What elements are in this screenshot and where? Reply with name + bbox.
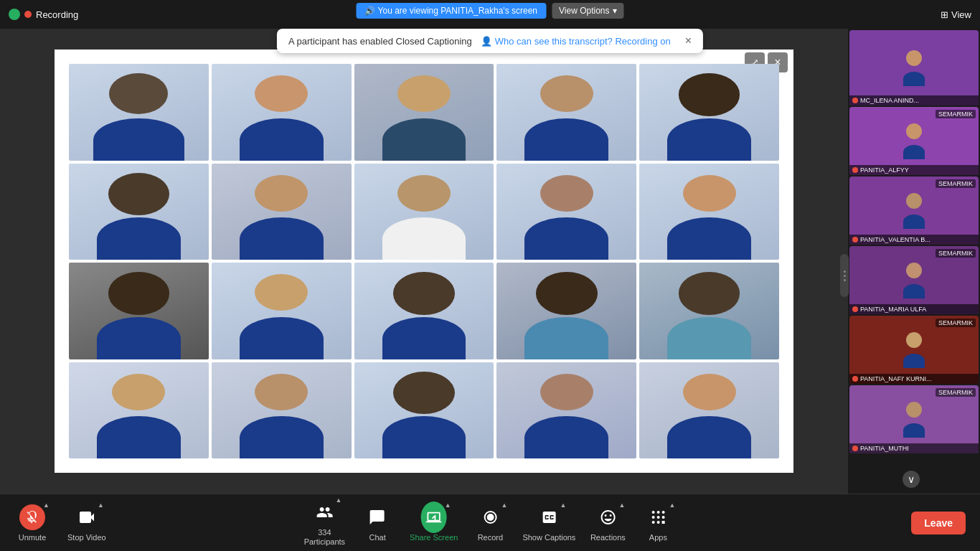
svg-point-6 (656, 516, 659, 519)
svg-point-4 (661, 511, 664, 514)
sidebar-participant-name-2: PANITIA_VALENTIA B... (849, 235, 979, 245)
notif-close-button[interactable]: × (685, 34, 692, 47)
participants-label: Participants (304, 537, 345, 546)
stop-video-label: Stop Video (67, 533, 106, 542)
video-cell-9 (496, 164, 636, 260)
sidebar-participant-5[interactable]: SEMARMIK PANITIA_MUTHI (849, 385, 979, 453)
unmute-button[interactable]: ▲ Unmute (14, 504, 50, 542)
recording-badge: Recording (9, 9, 78, 20)
svg-point-8 (651, 521, 654, 524)
video-cell-11 (69, 263, 209, 359)
svg-point-1 (486, 514, 494, 521)
video-cell-20 (639, 362, 779, 459)
record-button[interactable]: ▲ Record (472, 504, 508, 542)
view-options-chevron: ▾ (613, 6, 617, 16)
scroll-down-button[interactable]: ∨ (903, 471, 920, 488)
show-captions-label: Show Captions (522, 533, 575, 542)
video-cell-12 (212, 263, 352, 359)
apps-label: Apps (649, 533, 667, 542)
notification-banner: A participant has enabled Closed Caption… (277, 29, 703, 53)
viewing-text: 🔊 You are viewing PANITIA_Rakha's screen (364, 6, 537, 16)
record-icon (481, 509, 499, 526)
view-button[interactable]: ⊞ View (941, 9, 971, 20)
svg-point-7 (661, 516, 664, 519)
captions-chevron: ▲ (560, 501, 566, 509)
video-cell-16 (69, 362, 209, 459)
apps-icon (649, 509, 666, 526)
video-cell-17 (212, 362, 352, 459)
share-screen-button[interactable]: ▲ Share Screen (410, 504, 458, 542)
toolbar-right: Leave (911, 512, 966, 534)
video-cell-14 (496, 263, 636, 359)
sidebar-participant-name-3: PANITIA_MARIA ULFA (849, 304, 979, 314)
main-content: ⤢ × (0, 29, 848, 494)
view-label: View (951, 9, 971, 20)
bottom-toolbar: ▲ Unmute ▲ Stop Video ▲ 334 (0, 494, 980, 551)
stop-video-button[interactable]: ▲ Stop Video (67, 504, 106, 542)
video-cell-15 (639, 263, 779, 359)
video-cell-5 (639, 64, 779, 161)
unmute-chevron: ▲ (43, 501, 50, 509)
sidebar-participant-1[interactable]: SEMARMIK PANITIA_ALFYY (849, 107, 979, 175)
unmute-label: Unmute (19, 533, 47, 542)
apps-chevron: ▲ (669, 501, 675, 509)
chat-button[interactable]: Chat (359, 504, 395, 542)
view-options-label: View Options (559, 6, 609, 16)
screen-share-container: ⤢ × (55, 50, 793, 473)
participants-icon (316, 504, 333, 521)
viewing-pill: 🔊 You are viewing PANITIA_Rakha's screen (356, 3, 546, 19)
notif-text: A participant has enabled Closed Caption… (288, 36, 472, 47)
captions-icon (540, 509, 557, 526)
mic-muted-icon-2 (852, 237, 858, 242)
apps-button[interactable]: ▲ Apps (640, 504, 676, 542)
participants-button[interactable]: ▲ 334 Participants (304, 499, 345, 546)
reactions-icon (599, 509, 616, 526)
video-cell-7 (212, 164, 352, 260)
camera-icon (78, 509, 95, 526)
video-cell-13 (354, 263, 494, 359)
sidebar-participant-name-5: PANITIA_MUTHI (849, 443, 979, 453)
mic-muted-icon-5 (852, 446, 858, 451)
show-captions-button[interactable]: ▲ Show Captions (522, 504, 575, 542)
semarmik-label-3: SEMARMIK (936, 249, 976, 258)
sidebar-participant-3[interactable]: SEMARMIK PANITIA_MARIA ULFA (849, 246, 979, 314)
viewing-banner: 🔊 You are viewing PANITIA_Rakha's screen… (356, 3, 623, 19)
video-cell-6 (69, 164, 209, 260)
leave-button[interactable]: Leave (911, 512, 966, 534)
sidebar-participant-2[interactable]: SEMARMIK PANITIA_VALENTIA B... (849, 176, 979, 245)
sidebar-divider[interactable] (840, 254, 849, 297)
svg-point-2 (651, 511, 654, 514)
svg-point-5 (651, 516, 654, 519)
semarmik-label-4: SEMARMIK (936, 319, 976, 327)
video-cell-19 (496, 362, 636, 459)
toolbar-left: ▲ Unmute ▲ Stop Video (14, 504, 106, 542)
chat-label: Chat (369, 533, 385, 542)
sidebar-participant-name-1: PANITIA_ALFYY (849, 165, 979, 175)
view-options-button[interactable]: View Options ▾ (552, 3, 623, 19)
record-label: Record (478, 533, 503, 542)
mic-muted-icon-3 (852, 306, 858, 312)
participants-count: 334 (318, 528, 331, 537)
sidebar-participant-4[interactable]: SEMARMIK PANITIA_NAFI' KURNI... (849, 316, 979, 384)
semarmik-label-2: SEMARMIK (936, 179, 976, 188)
top-bar: Recording 🔊 You are viewing PANITIA_Rakh… (0, 0, 980, 29)
sidebar-divider-handle (844, 270, 846, 281)
semarmik-label-5: SEMARMIK (936, 388, 976, 397)
sidebar-participant-0[interactable]: MC_ILENA ANIND... (849, 30, 979, 105)
participants-chevron: ▲ (335, 496, 341, 504)
reactions-button[interactable]: ▲ Reactions (590, 504, 626, 542)
right-sidebar: MC_ILENA ANIND... SEMARMIK PANITIA_ALFYY… (848, 29, 980, 494)
record-chevron: ▲ (501, 501, 507, 509)
notif-link[interactable]: 👤 Who can see this transcript? Recording… (481, 36, 671, 47)
sidebar-participant-name-4: PANITIA_NAFI' KURNI... (849, 374, 979, 384)
notif-link-text: Who can see this transcript? Recording o… (495, 36, 671, 47)
toolbar-center: ▲ 334 Participants Chat (304, 499, 677, 546)
stop-video-chevron: ▲ (98, 501, 104, 509)
video-cell-3 (354, 64, 494, 161)
recording-label: Recording (36, 9, 78, 20)
video-cell-4 (496, 64, 636, 161)
recording-dot (24, 11, 32, 18)
video-grid (55, 50, 793, 473)
reactions-label: Reactions (590, 533, 626, 542)
mic-muted-icon-0 (852, 98, 858, 103)
